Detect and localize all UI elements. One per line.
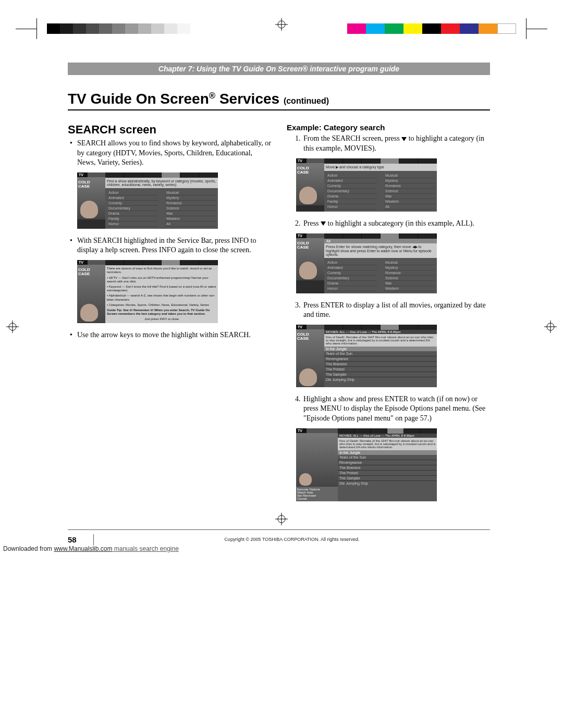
figure-caption: Move ▶ and choose a category type xyxy=(324,164,437,171)
category-cell: Horror xyxy=(107,221,158,227)
tip-line: • Categories: Movies, Sports, Children, … xyxy=(107,303,216,307)
tv-badge-icon: TV xyxy=(296,158,307,163)
category-cell: Romance xyxy=(165,201,216,206)
step-item: From the SEARCH screen, press to highlig… xyxy=(302,134,490,153)
category-cell: All xyxy=(165,221,216,227)
bullet-item: Use the arrow keys to move the highlight… xyxy=(77,330,271,340)
tip-line: There are dozens of ways to find shows y… xyxy=(107,267,216,274)
copyright-text: Copyright © 2005 TOSHIBA CORPORATION. Al… xyxy=(94,537,490,542)
crop-mark xyxy=(527,29,547,29)
category-cell: Animated xyxy=(107,195,158,201)
registration-mark-icon xyxy=(6,320,19,335)
movie-header: MOVIES: ALL — Kiss of Love — Thu APRIL 8… xyxy=(338,434,437,438)
tip-line: • Keyword — Don't know the full title? F… xyxy=(107,285,216,292)
title-text-b: Services xyxy=(215,91,284,107)
registration-mark-icon xyxy=(275,513,288,527)
bullet-item: With SEARCH highlighted in the Service B… xyxy=(77,236,271,255)
tip-line: • HDTV — Don't miss out on HDTV-enhanced… xyxy=(107,276,216,283)
tip-line: • Alphabetical — search A-Z, see shows t… xyxy=(107,294,216,301)
category-cell: Documentary xyxy=(107,206,158,211)
tv-badge-icon: TV xyxy=(296,233,307,238)
category-cell: Drama xyxy=(107,211,158,216)
down-arrow-icon xyxy=(321,221,326,226)
figure-caption: Find a show alphabetically, by keyword o… xyxy=(105,178,218,188)
bullet-item: SEARCH allows you to find shows by keywo… xyxy=(77,139,271,167)
down-arrow-icon xyxy=(401,137,407,141)
subcat-all-row: All xyxy=(324,239,437,243)
title-continued: (continued) xyxy=(284,96,329,105)
registered-mark: ® xyxy=(209,91,215,101)
title-text-a: TV Guide On Screen xyxy=(68,91,209,107)
figure-subcategory-pick: TV COLD CASE All Press Enter for shows m… xyxy=(296,233,437,293)
crop-mark xyxy=(526,18,527,39)
section-heading-search: SEARCH screen xyxy=(68,123,271,137)
category-cell: Western xyxy=(165,216,216,221)
poster-cold-case: COLD CASE xyxy=(77,177,105,219)
movie-description: Kiss of Death: Remake of the 1947 film-n… xyxy=(324,334,437,347)
figure-caption: Press Enter for shows matching category,… xyxy=(324,243,437,258)
tv-badge-icon: TV xyxy=(296,325,307,329)
figure-search-help: TV COLD CASE There are dozens of ways to… xyxy=(77,260,218,323)
registration-mark-icon xyxy=(544,320,557,335)
movie-header: MOVIES: ALL — Kiss of Love — Thu APRIL 8… xyxy=(324,330,437,334)
tv-badge-icon: TV xyxy=(77,260,88,265)
category-cell: Science xyxy=(165,206,216,211)
chapter-heading: Chapter 7: Using the TV Guide On Screen®… xyxy=(68,63,490,75)
category-cell: Mystery xyxy=(165,195,216,201)
figure-movie-list: TV COLD CASE MOVIES: ALL — Kiss of Love … xyxy=(296,325,437,387)
category-cell: Family xyxy=(107,216,158,221)
color-swatches xyxy=(347,23,516,34)
tip-line: Just press INFO to close xyxy=(107,317,216,321)
step-item: Highlight a show and press ENTER to watc… xyxy=(302,394,490,423)
category-cell: Musical xyxy=(165,190,216,195)
figure-category-pick: TV COLD CASE Move ▶ and choose a categor… xyxy=(296,158,437,212)
category-cell: Comedy xyxy=(107,201,158,206)
step-item: Press ENTER to display a list of all mov… xyxy=(302,301,490,319)
tv-badge-icon: TV xyxy=(296,428,307,433)
crop-mark xyxy=(36,18,37,39)
movie-description: Kiss of Death: Remake of the 1947 film-n… xyxy=(338,438,437,450)
registration-mark-icon xyxy=(275,18,288,33)
page-title: TV Guide On Screen® Services (continued) xyxy=(68,91,490,110)
page-footer: 58 Copyright © 2005 TOSHIBA CORPORATION.… xyxy=(68,529,490,545)
poster-cold-case: COLD CASE xyxy=(77,265,105,323)
figure-search-main: TV COLD CASE Find a show alphabetically,… xyxy=(77,172,218,229)
grayscale-swatches xyxy=(47,23,190,34)
example-heading: Example: Category search xyxy=(287,123,490,132)
manualslib-link[interactable]: www.Manualslib.com xyxy=(54,545,112,552)
step-item: Press to highlight a subcategory (in thi… xyxy=(302,219,490,228)
download-source-line: Downloaded from www.Manualslib.com manua… xyxy=(3,545,179,552)
tv-badge-icon: TV xyxy=(77,172,88,177)
page-number: 58 xyxy=(68,534,94,545)
crop-mark xyxy=(16,29,36,29)
category-cell: War xyxy=(165,211,216,216)
figure-episode-options: TV Episode OptionsWatch NowSet ReminderC… xyxy=(296,428,437,501)
category-cell: Action xyxy=(107,190,158,195)
tip-line: Guide Tip: See it! Remember it! When you… xyxy=(107,309,216,316)
print-registration-bar xyxy=(0,10,563,36)
